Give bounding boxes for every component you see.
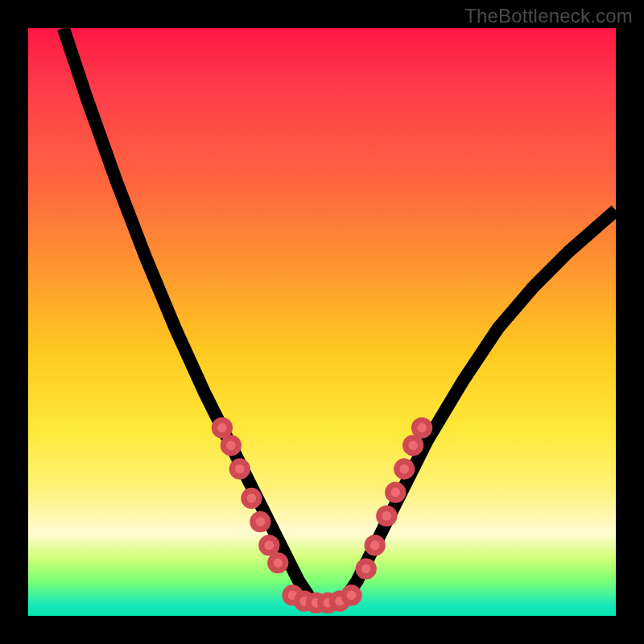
chart-frame: TheBottleneck.com	[0, 0, 644, 644]
curve-marker-dot	[223, 438, 238, 453]
curve-marker-dot	[367, 538, 382, 553]
bottleneck-plot	[28, 28, 616, 616]
watermark-label: TheBottleneck.com	[464, 5, 633, 27]
curve-marker-dot	[358, 561, 374, 576]
curve-marker-dot	[232, 461, 247, 477]
curve-marker-dot	[379, 508, 394, 523]
curve-markers	[214, 420, 429, 611]
curve-marker-dot	[406, 438, 421, 453]
curve-marker-dot	[415, 420, 430, 436]
curve-marker-dot	[344, 588, 359, 603]
curve-marker-dot	[270, 555, 286, 571]
plot-svg	[28, 28, 616, 616]
curve-marker-dot	[388, 485, 403, 500]
curve-marker-dot	[253, 514, 268, 530]
curve-marker-dot	[262, 538, 277, 553]
bottleneck-curve	[64, 28, 616, 604]
curve-marker-dot	[397, 461, 412, 477]
curve-marker-dot	[244, 491, 259, 506]
curve-marker-dot	[214, 420, 229, 436]
